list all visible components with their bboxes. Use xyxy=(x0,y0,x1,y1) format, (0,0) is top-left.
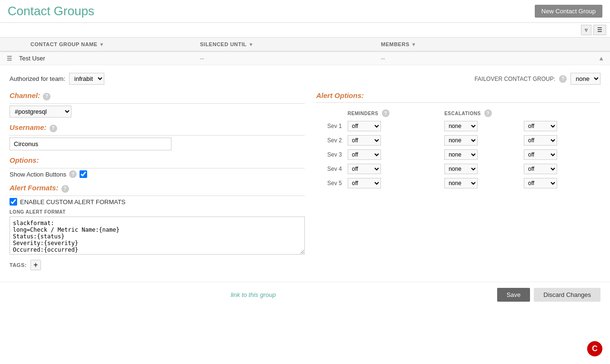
col-header-name[interactable]: CONTACT GROUP NAME ▼ xyxy=(0,41,200,47)
alert-formats-title: Alert Formats: xyxy=(10,184,59,192)
escalation-delay-cell-5: off xyxy=(521,176,600,190)
page-header: Contact Groups New Contact Group xyxy=(0,0,610,23)
show-action-buttons-row: Show Action Buttons ? xyxy=(10,170,305,178)
discard-changes-button[interactable]: Discard Changes xyxy=(534,288,600,302)
footer-buttons: Save Discard Changes xyxy=(497,288,600,302)
enable-custom-checkbox[interactable] xyxy=(10,198,17,206)
username-help-icon[interactable]: ? xyxy=(50,125,57,132)
alert-table-row: Sev 4 off none off xyxy=(316,162,600,176)
escalation-contact-select-2[interactable]: none xyxy=(444,135,478,146)
new-contact-group-button[interactable]: New Contact Group xyxy=(535,5,602,18)
reminder-cell-5: off xyxy=(345,176,441,190)
options-title: Options: xyxy=(10,156,39,164)
show-action-buttons-checkbox[interactable] xyxy=(80,170,87,178)
username-group: Username: ? xyxy=(10,123,305,150)
escalations-header: ESCALATIONS ? xyxy=(441,108,600,119)
form-area: Authorized for team: infrabit FAILOVER C… xyxy=(0,65,610,278)
escalation-delay-cell-4: off xyxy=(521,162,600,176)
right-column: Alert Options: REMINDERS ? ESCALATIONS ? xyxy=(316,91,600,270)
enable-custom-label: ENABLE CUSTOM ALERT FORMATS xyxy=(20,198,126,206)
channel-select[interactable]: #postgresql xyxy=(10,106,71,118)
reminders-help-icon[interactable]: ? xyxy=(382,109,390,117)
authorized-select[interactable]: infrabit xyxy=(69,73,104,85)
escalation-contact-select-4[interactable]: none xyxy=(444,164,478,174)
escalation-contact-cell-5: none xyxy=(441,176,521,190)
show-action-buttons-label: Show Action Buttons xyxy=(10,171,66,178)
tags-label: TAGS: xyxy=(10,262,27,268)
escalation-delay-select-4[interactable]: off xyxy=(524,164,557,174)
escalation-delay-select-5[interactable]: off xyxy=(524,178,557,188)
reminders-header: REMINDERS ? xyxy=(345,108,441,119)
link-to-group[interactable]: link to this group xyxy=(230,291,276,298)
col-header-members[interactable]: MEMBERS ▼ xyxy=(381,41,476,47)
escalation-contact-select-5[interactable]: none xyxy=(444,178,478,188)
filter-button[interactable]: ▿ xyxy=(581,25,591,35)
reminder-cell-3: off xyxy=(345,148,441,162)
alert-formats-section: Alert Formats: ? ENABLE CUSTOM ALERT FOR… xyxy=(10,184,305,256)
escalation-contact-cell-4: none xyxy=(441,162,521,176)
row-menu-icon[interactable]: ☰ xyxy=(0,55,19,62)
show-action-help-icon[interactable]: ? xyxy=(69,170,77,178)
reminder-select-1[interactable]: off xyxy=(348,121,381,131)
channel-help-icon[interactable]: ? xyxy=(43,93,50,100)
add-tag-button[interactable]: + xyxy=(30,260,41,270)
main-two-col: Channel: ? #postgresql Username: ? Optio… xyxy=(10,91,600,270)
sort-icon-members: ▼ xyxy=(411,42,416,47)
escalation-contact-select-1[interactable]: none xyxy=(444,121,478,131)
page-title: Contact Groups xyxy=(8,4,94,19)
sev-label-3: Sev 3 xyxy=(316,148,345,162)
alert-table-row: Sev 3 off none off xyxy=(316,148,600,162)
reminder-select-2[interactable]: off xyxy=(348,135,381,146)
row-cell-members: -- xyxy=(381,55,476,62)
alert-options-table: REMINDERS ? ESCALATIONS ? Sev 1 off xyxy=(316,108,600,190)
escalation-contact-cell-2: none xyxy=(441,133,521,148)
reminder-select-5[interactable]: off xyxy=(348,178,381,188)
authorized-row: Authorized for team: infrabit FAILOVER C… xyxy=(10,73,600,85)
escalation-contact-cell-1: none xyxy=(441,119,521,133)
reminder-cell-1: off xyxy=(345,119,441,133)
reminder-select-4[interactable]: off xyxy=(348,164,381,174)
col-header-silenced[interactable]: SILENCED UNTIL ▼ xyxy=(200,41,381,47)
escalation-delay-select-1[interactable]: off xyxy=(524,121,557,131)
table-row: ☰ Test User -- -- ▲ xyxy=(0,52,610,65)
username-input[interactable] xyxy=(10,138,171,150)
table-column-headers: CONTACT GROUP NAME ▼ SILENCED UNTIL ▼ ME… xyxy=(0,38,610,52)
options-group: Options: Show Action Buttons ? xyxy=(10,156,305,178)
reminder-select-3[interactable]: off xyxy=(348,149,381,160)
failover-label: FAILOVER CONTACT GROUP: xyxy=(474,76,555,82)
escalation-contact-select-3[interactable]: none xyxy=(444,149,478,160)
escalations-help-icon[interactable]: ? xyxy=(484,109,492,117)
escalation-delay-cell-1: off xyxy=(521,119,600,133)
sev-label-1: Sev 1 xyxy=(316,119,345,133)
escalation-delay-select-2[interactable]: off xyxy=(524,135,557,146)
footer-row: link to this group Save Discard Changes xyxy=(0,282,610,307)
reminder-cell-2: off xyxy=(345,133,441,148)
sort-icon-silenced: ▼ xyxy=(249,42,253,47)
escalation-delay-select-3[interactable]: off xyxy=(524,149,557,160)
channel-group: Channel: ? #postgresql xyxy=(10,91,305,118)
row-expand-icon[interactable]: ▲ xyxy=(598,55,610,62)
save-button[interactable]: Save xyxy=(497,288,530,302)
sev-label-5: Sev 5 xyxy=(316,176,345,190)
username-title: Username: xyxy=(10,123,47,131)
failover-help-icon[interactable]: ? xyxy=(559,75,567,83)
sev-label-4: Sev 4 xyxy=(316,162,345,176)
sort-icon-name: ▼ xyxy=(100,42,104,47)
sev-label-2: Sev 2 xyxy=(316,133,345,148)
escalation-contact-cell-3: none xyxy=(441,148,521,162)
reminder-cell-4: off xyxy=(345,162,441,176)
alert-table-row: Sev 2 off none off xyxy=(316,133,600,148)
list-view-button[interactable]: ☰ xyxy=(593,25,606,35)
alert-formats-help-icon[interactable]: ? xyxy=(61,185,69,193)
alert-table-row: Sev 1 off none off xyxy=(316,119,600,133)
row-cell-name: Test User xyxy=(19,55,200,62)
failover-select[interactable]: none xyxy=(570,73,600,85)
alert-table-row: Sev 5 off none off xyxy=(316,176,600,190)
tags-row: TAGS: + xyxy=(10,260,305,270)
channel-title: Channel: xyxy=(10,91,40,99)
table-toolbar: ▿ ☰ xyxy=(0,23,610,38)
authorized-label: Authorized for team: xyxy=(10,75,65,82)
escalation-delay-cell-3: off xyxy=(521,148,600,162)
long-alert-format-label: LONG ALERT FORMAT xyxy=(10,209,305,215)
long-alert-format-textarea[interactable] xyxy=(10,216,305,255)
